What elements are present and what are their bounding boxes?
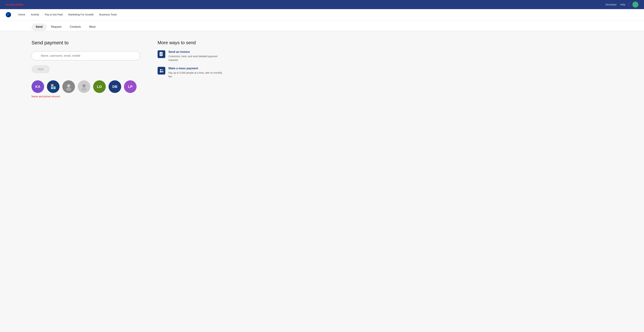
- nav-pay-get-paid[interactable]: Pay & Get Paid: [45, 9, 63, 20]
- contact-db[interactable]: DB: [108, 80, 121, 93]
- next-button[interactable]: Next: [32, 65, 50, 73]
- recipient-search-input[interactable]: [32, 51, 140, 60]
- send-panel: Send payment to Next KA 🏪: [32, 40, 140, 323]
- tab-send[interactable]: Send: [32, 24, 47, 31]
- invoice-item: Send an invoice Customize, track, and se…: [158, 50, 224, 62]
- invoice-heading[interactable]: Send an invoice: [168, 50, 224, 54]
- invoice-text: Send an invoice Customize, track, and se…: [168, 50, 224, 62]
- mass-payment-text: Make a mass payment Pay up to 5,000 peop…: [168, 67, 224, 78]
- top-bar-divider: [629, 3, 629, 6]
- svg-point-24: [162, 71, 164, 72]
- account-holder-section: Account holder: [6, 3, 24, 6]
- invoice-description: Customize, track, and send detailed paym…: [168, 55, 224, 62]
- developer-link[interactable]: Developer: [606, 3, 617, 6]
- more-ways-panel: More ways to send: [158, 40, 224, 323]
- svg-point-9: [82, 88, 87, 91]
- contact-photo1[interactable]: [62, 80, 75, 93]
- account-holder-label: Account holder: [6, 3, 24, 6]
- invoice-icon: [158, 50, 165, 58]
- svg-point-22: [160, 71, 162, 72]
- nav-activity[interactable]: Activity: [31, 9, 39, 20]
- nav-home[interactable]: Home: [18, 9, 25, 20]
- contact-photo2-img: [80, 82, 88, 91]
- tab-more[interactable]: More: [85, 24, 100, 31]
- removed-notice: Name and picture removd: [32, 95, 140, 98]
- mass-payment-description: Pay up to 5,000 people at a time, with n…: [168, 71, 224, 78]
- contact-lg[interactable]: LG: [93, 80, 106, 93]
- mass-payment-icon: [158, 67, 165, 75]
- store-icon: 🏪: [50, 84, 56, 89]
- sub-nav: Send Request Contacts More: [0, 20, 644, 31]
- nav-marketing[interactable]: Marketing For Growth: [68, 9, 94, 20]
- svg-point-8: [82, 84, 86, 87]
- contact-ka[interactable]: KA: [32, 80, 44, 93]
- user-avatar-icon[interactable]: 🌐: [632, 2, 638, 8]
- recent-contacts-row: KA 🏪 LG: [32, 80, 140, 93]
- top-bar: Account holder Developer Help 🌐: [0, 0, 644, 9]
- paypal-logo: P: [6, 12, 11, 18]
- send-title: Send payment to: [32, 40, 140, 46]
- svg-rect-16: [160, 52, 162, 56]
- svg-text:P: P: [7, 13, 9, 17]
- content-area: Send payment to Next KA 🏪: [0, 31, 644, 332]
- svg-point-21: [160, 69, 162, 71]
- svg-point-23: [162, 69, 163, 70]
- main-nav-links: Home Activity Pay & Get Paid Marketing F…: [18, 9, 117, 20]
- tab-request[interactable]: Request: [47, 24, 66, 31]
- contact-photo1-img: [64, 82, 73, 91]
- help-link[interactable]: Help: [620, 3, 625, 6]
- tab-contacts[interactable]: Contacts: [66, 24, 85, 31]
- top-bar-nav: Developer Help 🌐: [606, 2, 638, 8]
- paypal-logo-svg: P: [6, 12, 11, 18]
- contact-store[interactable]: 🏪: [47, 80, 60, 93]
- contact-photo2[interactable]: [78, 80, 90, 93]
- search-wrapper: [32, 51, 140, 60]
- nav-business-tools[interactable]: Business Tools: [99, 9, 117, 20]
- mass-payment-heading[interactable]: Make a mass payment: [168, 67, 224, 70]
- mass-payment-item: Make a mass payment Pay up to 5,000 peop…: [158, 67, 224, 78]
- main-nav: P Home Activity Pay & Get Paid Marketing…: [0, 9, 644, 20]
- contact-lp[interactable]: LP: [124, 80, 136, 93]
- more-ways-title: More ways to send: [158, 40, 224, 45]
- svg-point-6: [66, 88, 71, 91]
- svg-point-5: [67, 84, 70, 87]
